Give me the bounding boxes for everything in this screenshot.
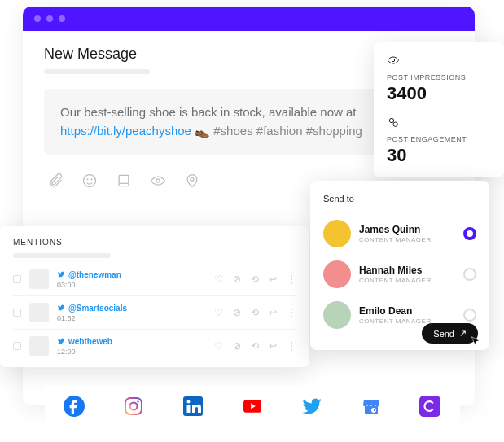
avatar — [29, 303, 49, 322]
recipient-role: CONTENT MANAGER — [359, 277, 455, 284]
engagement-value: 30 — [387, 145, 491, 166]
youtube-icon[interactable] — [241, 395, 264, 418]
message-hashtags: #shoes #fashion #shopping — [210, 124, 362, 138]
send-button-label: Send — [433, 329, 454, 339]
avatar — [29, 336, 49, 356]
stats-card: POST IMPRESSIONS 3400 POST ENGAGEMENT 30 — [374, 42, 504, 177]
message-emoji: 👞 — [195, 124, 210, 138]
svg-point-12 — [130, 403, 138, 410]
svg-point-1 — [87, 179, 88, 180]
mention-time: 12:00 — [57, 348, 214, 356]
mention-row[interactable]: webtheweb12:00♡⊘⟲↩⋮ — [13, 330, 296, 362]
twitter-icon[interactable] — [300, 395, 323, 418]
avatar — [323, 301, 351, 329]
svg-point-13 — [138, 400, 139, 402]
svg-point-0 — [84, 175, 96, 187]
engagement-icon — [387, 116, 400, 129]
avatar — [323, 260, 351, 288]
window-dot[interactable] — [59, 15, 65, 22]
send-to-panel: Send to James QuinnCONTENT MANAGERHannah… — [310, 181, 489, 350]
google-business-icon[interactable] — [360, 395, 383, 418]
checkbox[interactable] — [13, 309, 21, 317]
instagram-icon[interactable] — [122, 395, 145, 418]
window-dot[interactable] — [34, 15, 41, 22]
more-icon[interactable]: ⋮ — [287, 340, 296, 352]
send-to-title: Send to — [323, 194, 476, 203]
mention-row[interactable]: @Smartsocials01:52♡⊘⟲↩⋮ — [13, 296, 296, 330]
message-text: Our best-selling shoe is back in stock, … — [60, 105, 357, 119]
svg-rect-3 — [119, 175, 129, 186]
reply-icon[interactable]: ↩ — [269, 274, 277, 285]
retweet-icon[interactable]: ⟲ — [251, 340, 259, 352]
recipient-row[interactable]: James QuinnCONTENT MANAGER — [323, 213, 476, 254]
checkbox[interactable] — [13, 342, 21, 350]
window-titlebar — [23, 7, 475, 31]
recipient-name: Emilo Dean — [359, 305, 455, 317]
like-icon[interactable]: ♡ — [214, 340, 223, 352]
block-icon[interactable]: ⊘ — [233, 274, 241, 285]
svg-point-6 — [191, 177, 194, 181]
retweet-icon[interactable]: ⟲ — [251, 307, 259, 318]
block-icon[interactable]: ⊘ — [233, 307, 241, 318]
mention-actions: ♡⊘⟲↩⋮ — [214, 340, 296, 352]
mention-handle[interactable]: webtheweb — [57, 337, 214, 346]
mentions-title: MENTIONS — [13, 238, 296, 247]
linkedin-icon[interactable] — [182, 395, 204, 418]
svg-point-15 — [187, 400, 191, 404]
location-icon[interactable] — [184, 173, 200, 189]
attachment-icon[interactable] — [47, 173, 64, 189]
reply-icon[interactable]: ↩ — [269, 307, 277, 318]
reply-icon[interactable]: ↩ — [269, 340, 277, 352]
engagement-label: POST ENGAGEMENT — [387, 135, 491, 143]
placeholder-line — [44, 69, 150, 74]
recipient-name: Hannah Miles — [359, 265, 455, 276]
svg-rect-11 — [125, 398, 142, 414]
radio-select[interactable] — [463, 268, 476, 281]
svg-point-2 — [91, 179, 92, 180]
mention-actions: ♡⊘⟲↩⋮ — [214, 307, 296, 318]
facebook-icon[interactable] — [63, 395, 85, 418]
like-icon[interactable]: ♡ — [214, 274, 223, 285]
like-icon[interactable]: ♡ — [214, 307, 223, 318]
avatar — [323, 220, 351, 247]
emoji-icon[interactable] — [81, 173, 98, 189]
block-icon[interactable]: ⊘ — [233, 340, 241, 352]
svg-point-5 — [156, 179, 160, 182]
recipient-row[interactable]: Hannah MilesCONTENT MANAGER — [323, 254, 476, 295]
radio-select[interactable] — [463, 309, 476, 322]
mention-handle[interactable]: @Smartsocials — [57, 304, 214, 313]
impressions-label: POST IMPRESSIONS — [387, 73, 491, 81]
impressions-icon — [387, 54, 400, 67]
message-link[interactable]: https://bit.ly/peachyshoe — [60, 124, 191, 138]
mentions-panel: MENTIONS @thenewman03:00♡⊘⟲↩⋮@Smartsocia… — [0, 226, 309, 367]
window-dot[interactable] — [46, 15, 53, 22]
template-icon[interactable] — [116, 173, 132, 189]
mention-time: 01:52 — [57, 314, 214, 322]
recipient-role: CONTENT MANAGER — [359, 236, 455, 243]
canva-icon[interactable] — [419, 395, 441, 418]
mention-time: 03:00 — [57, 281, 214, 289]
arrow-icon: ↗ — [459, 328, 467, 339]
cursor-icon — [470, 335, 481, 347]
svg-rect-16 — [187, 405, 191, 413]
retweet-icon[interactable]: ⟲ — [251, 274, 259, 285]
radio-select[interactable] — [463, 227, 476, 240]
impressions-value: 3400 — [387, 83, 491, 104]
svg-point-9 — [393, 122, 397, 126]
checkbox[interactable] — [13, 275, 21, 283]
visibility-icon[interactable] — [150, 173, 166, 189]
more-icon[interactable]: ⋮ — [287, 274, 296, 285]
mention-actions: ♡⊘⟲↩⋮ — [214, 274, 296, 285]
recipient-name: James Quinn — [359, 224, 455, 235]
svg-point-8 — [389, 118, 393, 122]
more-icon[interactable]: ⋮ — [287, 307, 296, 318]
avatar — [29, 269, 49, 289]
svg-rect-20 — [419, 396, 440, 417]
social-bar — [45, 385, 460, 427]
placeholder-line — [13, 253, 111, 258]
mention-row[interactable]: @thenewman03:00♡⊘⟲↩⋮ — [13, 263, 296, 296]
svg-point-7 — [392, 59, 394, 61]
mention-handle[interactable]: @thenewman — [57, 270, 214, 279]
